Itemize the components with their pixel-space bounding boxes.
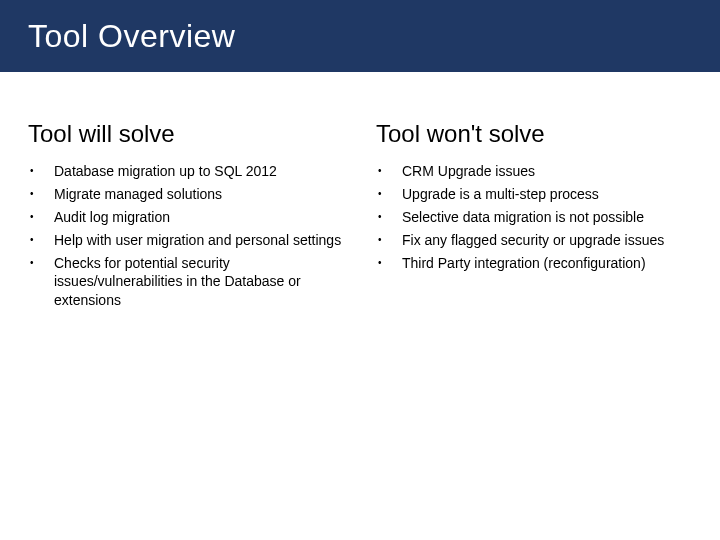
right-column: Tool won't solve •CRM Upgrade issues •Up… bbox=[376, 120, 692, 314]
left-list: •Database migration up to SQL 2012 •Migr… bbox=[28, 162, 344, 310]
content-area: Tool will solve •Database migration up t… bbox=[0, 72, 720, 314]
right-heading: Tool won't solve bbox=[376, 120, 692, 148]
slide-title: Tool Overview bbox=[28, 18, 235, 55]
left-column: Tool will solve •Database migration up t… bbox=[28, 120, 344, 314]
list-item-text: Database migration up to SQL 2012 bbox=[54, 162, 344, 181]
bullet-icon: • bbox=[28, 162, 54, 180]
list-item-text: Audit log migration bbox=[54, 208, 344, 227]
list-item: •Upgrade is a multi-step process bbox=[376, 185, 692, 204]
list-item-text: Selective data migration is not possible bbox=[402, 208, 692, 227]
list-item-text: Upgrade is a multi-step process bbox=[402, 185, 692, 204]
bullet-icon: • bbox=[28, 185, 54, 203]
list-item: •Database migration up to SQL 2012 bbox=[28, 162, 344, 181]
left-heading: Tool will solve bbox=[28, 120, 344, 148]
bullet-icon: • bbox=[376, 162, 402, 180]
list-item: •Audit log migration bbox=[28, 208, 344, 227]
list-item: •CRM Upgrade issues bbox=[376, 162, 692, 181]
list-item-text: Third Party integration (reconfiguration… bbox=[402, 254, 692, 273]
list-item-text: Help with user migration and personal se… bbox=[54, 231, 344, 250]
list-item: •Fix any flagged security or upgrade iss… bbox=[376, 231, 692, 250]
list-item: •Checks for potential security issues/vu… bbox=[28, 254, 344, 311]
list-item-text: Checks for potential security issues/vul… bbox=[54, 254, 344, 311]
bullet-icon: • bbox=[376, 254, 402, 272]
list-item-text: Migrate managed solutions bbox=[54, 185, 344, 204]
list-item: •Help with user migration and personal s… bbox=[28, 231, 344, 250]
list-item-text: CRM Upgrade issues bbox=[402, 162, 692, 181]
bullet-icon: • bbox=[376, 208, 402, 226]
list-item: •Third Party integration (reconfiguratio… bbox=[376, 254, 692, 273]
bullet-icon: • bbox=[28, 231, 54, 249]
title-bar: Tool Overview bbox=[0, 0, 720, 72]
bullet-icon: • bbox=[28, 208, 54, 226]
list-item: •Migrate managed solutions bbox=[28, 185, 344, 204]
slide: Tool Overview Tool will solve •Database … bbox=[0, 0, 720, 540]
bullet-icon: • bbox=[376, 231, 402, 249]
bullet-icon: • bbox=[376, 185, 402, 203]
list-item-text: Fix any flagged security or upgrade issu… bbox=[402, 231, 692, 250]
list-item: •Selective data migration is not possibl… bbox=[376, 208, 692, 227]
right-list: •CRM Upgrade issues •Upgrade is a multi-… bbox=[376, 162, 692, 272]
bullet-icon: • bbox=[28, 254, 54, 272]
